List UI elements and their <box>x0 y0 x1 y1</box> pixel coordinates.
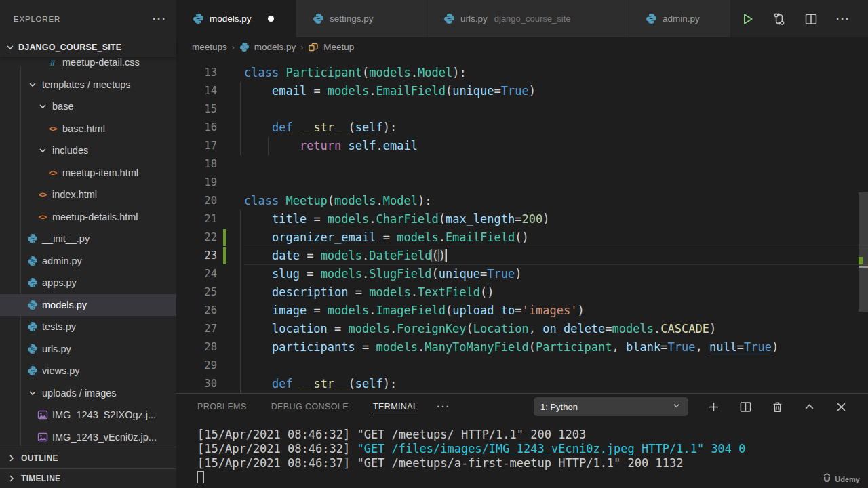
code-line[interactable]: 14 email = models.EmailField(unique=True… <box>176 82 868 100</box>
code-line[interactable]: 22 organizer_email = models.EmailField() <box>176 228 868 247</box>
code-token: ( <box>529 340 536 354</box>
tree-item-includes[interactable]: includes <box>0 140 176 162</box>
tab-terminal[interactable]: TERMINAL <box>373 402 418 415</box>
code-line[interactable]: 16 def __str__(self): <box>176 119 868 137</box>
code-token <box>244 304 272 317</box>
code-token: True <box>667 340 695 354</box>
open-changes-icon[interactable] <box>772 12 786 26</box>
maximize-panel-button[interactable] <box>803 401 816 413</box>
timeline-section-header[interactable]: TIMELINE <box>0 468 176 488</box>
tab-problems[interactable]: PROBLEMS <box>197 402 247 411</box>
split-terminal-button[interactable] <box>739 401 752 413</box>
code-line[interactable]: 27 location = models.ForeignKey(Location… <box>176 320 868 338</box>
code-token: ManyToManyField <box>425 340 529 354</box>
tree-item-label: base <box>52 101 73 112</box>
editor-scrollbar[interactable] <box>859 192 868 312</box>
tree-item-base-html[interactable]: <>base.html <box>0 118 176 140</box>
code-token: ( <box>467 322 473 336</box>
line-number: 21 <box>176 210 217 228</box>
tree-item-apps-py[interactable]: apps.py <box>0 272 176 294</box>
indent-guide <box>240 100 241 119</box>
tree-item-meetup-item-html[interactable]: <>meetup-item.html <box>0 162 176 184</box>
outline-section-header[interactable]: OUTLINE <box>0 447 176 468</box>
kill-terminal-button[interactable] <box>771 401 784 413</box>
code-line[interactable]: 29 <box>176 357 868 375</box>
terminal-output[interactable]: [15/Apr/2021 08:46:32] "GET /meetups/ HT… <box>197 428 854 488</box>
breadcrumb-folder[interactable]: meetups <box>192 42 227 52</box>
tree-item-img-1243-s2ixogz-j-[interactable]: IMG_1243_S2IXOgz.j... <box>0 404 176 426</box>
indent-guide <box>240 119 241 137</box>
more-actions-button[interactable]: ··· <box>836 13 850 24</box>
code-token: self <box>355 121 383 134</box>
code-line[interactable]: 19 <box>176 174 868 192</box>
tree-item-admin-py[interactable]: admin.py <box>0 250 176 272</box>
code-token <box>293 377 300 390</box>
code-line[interactable]: 18 <box>176 155 868 174</box>
tree-item-tests-py[interactable]: tests.py <box>0 316 176 338</box>
breadcrumb-symbol[interactable]: Meetup <box>323 42 354 52</box>
run-python-file-button[interactable] <box>741 12 754 26</box>
code-line[interactable]: 20class Meetup(models.Model): <box>176 192 868 210</box>
code-line[interactable]: 17 return self.email <box>176 137 868 155</box>
code-token: = <box>307 304 328 317</box>
tab-models-py[interactable]: models.py <box>176 0 296 37</box>
tree-item-models-py[interactable]: models.py <box>0 294 176 317</box>
code-token: () <box>480 285 494 299</box>
tree-item-uploads-images[interactable]: uploads / images <box>0 382 176 405</box>
modified-dot[interactable] <box>268 16 274 22</box>
tree-item-label: includes <box>52 145 88 156</box>
tree-item-index-html[interactable]: <>index.html <box>0 184 176 206</box>
tab-settings-py[interactable]: settings.py <box>296 0 427 37</box>
code-token: self <box>355 377 383 390</box>
code-token: models <box>321 267 362 281</box>
indent-guide <box>240 265 241 283</box>
code-token: ) <box>709 322 716 336</box>
overview-ruler-cursor-mark <box>859 266 868 268</box>
code-line[interactable]: 30 def __str__(self): <box>176 375 868 393</box>
code-token: email <box>383 139 418 152</box>
code-token: , <box>529 322 542 336</box>
code-token: = <box>515 304 521 317</box>
line-number: 17 <box>176 137 217 155</box>
breadcrumb-file[interactable]: models.py <box>254 42 296 52</box>
code-token: . <box>376 139 383 152</box>
tree-item-img-1243-vecni0z-jp-[interactable]: IMG_1243_vEcni0z.jp... <box>0 426 176 449</box>
tree-item-views-py[interactable]: views.py <box>0 360 176 382</box>
tab-debug-console[interactable]: DEBUG CONSOLE <box>271 402 349 411</box>
indent-guide <box>240 137 241 155</box>
terminal-selector-dropdown[interactable]: 1: Python <box>534 397 688 416</box>
code-line[interactable]: 28 participants = models.ManyToManyField… <box>176 338 868 357</box>
panel-more-tabs-button[interactable]: ··· <box>437 401 450 412</box>
tab-urls-py[interactable]: urls.py django_course_site <box>427 0 629 37</box>
workspace-root-folder[interactable]: DJANGO_COURSE_SITE <box>0 37 176 57</box>
tab-admin-py[interactable]: admin.py <box>629 0 731 37</box>
code-token: ( <box>446 304 452 317</box>
code-line[interactable]: 13class Participant(models.Model): <box>176 64 868 82</box>
code-line[interactable]: 26 image = models.ImageField(upload_to='… <box>176 302 868 320</box>
terminal-line: [15/Apr/2021 08:46:37] "GET /meetups/a-f… <box>197 456 854 470</box>
views-and-more-actions-button[interactable]: ··· <box>153 13 167 24</box>
code-line-text: def __str__(self): <box>244 375 868 393</box>
tree-item--init-py[interactable]: __init__.py <box>0 228 176 250</box>
tree-item-meetup-details-html[interactable]: <>meetup-details.html <box>0 206 176 228</box>
code-token: ( <box>431 249 438 262</box>
code-token <box>293 121 300 134</box>
indent-guide <box>240 375 241 393</box>
code-token: return <box>300 139 341 152</box>
tree-item-urls-py[interactable]: urls.py <box>0 338 176 361</box>
code-editor[interactable]: 13class Participant(models.Model):14 ema… <box>176 57 868 393</box>
code-line[interactable]: 24 slug = models.SlugField(unique=True) <box>176 265 868 283</box>
code-line[interactable]: 21 title = models.CharField(max_length=2… <box>176 210 868 228</box>
code-line[interactable]: 23 date = models.DateField() <box>176 247 868 265</box>
code-line[interactable]: 15 <box>176 100 868 119</box>
close-panel-button[interactable] <box>835 401 848 413</box>
new-terminal-button[interactable] <box>707 401 720 413</box>
class-symbol-icon <box>308 42 319 53</box>
indent-guide <box>240 302 241 320</box>
tree-item-templates-meetups[interactable]: templates / meetups <box>0 74 176 96</box>
tree-item-base[interactable]: base <box>0 96 176 118</box>
split-editor-button[interactable] <box>804 12 818 26</box>
code-line[interactable]: 25 description = models.TextField() <box>176 283 868 302</box>
editor-tab-bar: models.py settings.py urls.py django_cou… <box>176 0 868 37</box>
code-token: models <box>612 322 654 336</box>
